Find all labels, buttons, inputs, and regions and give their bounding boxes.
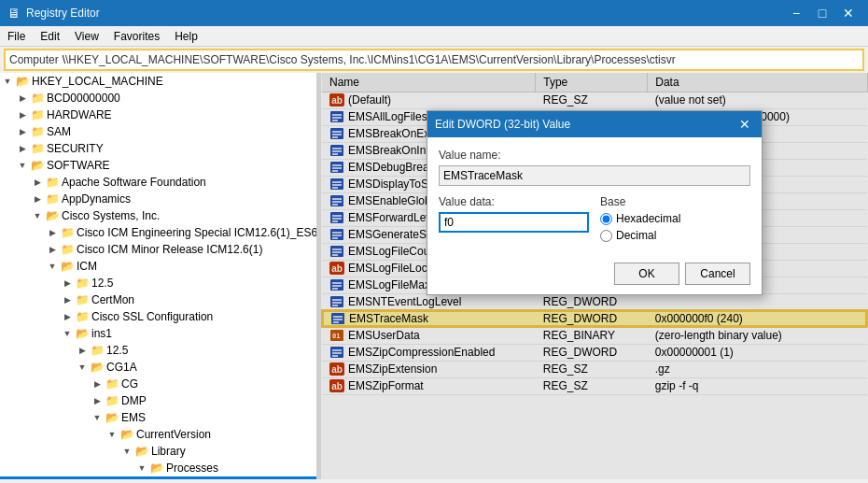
tree-node-ins1[interactable]: ▼📂ins1 [0,325,316,342]
tree-node-cisco[interactable]: ▼📂Cisco Systems, Inc. [0,207,316,224]
menu-file[interactable]: File [0,28,33,45]
tree-node-cisco-eng[interactable]: ▶📁Cisco ICM Engineering Special ICM12.6(… [0,224,316,241]
dialog-data-row: Value data: Base Hexadecimal [439,195,750,242]
expander-certmon[interactable]: ▶ [60,292,75,307]
expander-cisco[interactable]: ▼ [30,208,45,223]
tree-node-ins1-125[interactable]: ▶📁12.5 [0,342,316,359]
expander-ssl[interactable]: ▶ [60,309,75,324]
menu-help[interactable]: Help [167,28,205,45]
tree-node-ems[interactable]: ▼📂EMS [0,409,316,426]
expander-ems[interactable]: ▼ [90,410,105,425]
expander-security[interactable]: ▶ [15,141,30,156]
expander-icm-125[interactable]: ▶ [60,276,75,291]
tree-node-bcd[interactable]: ▶📁BCD00000000 [0,90,316,107]
folder-icon-ins1: 📂 [75,327,90,340]
node-label-icm-125: 12.5 [91,277,113,290]
menu-view[interactable]: View [67,28,106,45]
node-label-dmp: DMP [121,394,147,407]
maximize-button[interactable]: □ [810,4,834,22]
tree-node-software[interactable]: ▼📂SOFTWARE [0,157,316,174]
tree-node-dmp[interactable]: ▶📁DMP [0,392,316,409]
dec-radio-label[interactable]: Decimal [600,229,750,242]
folder-icon-appdynamics: 📁 [45,192,60,206]
tree-node-ssl[interactable]: ▶📁Cisco SSL Configuration [0,308,316,325]
dec-radio[interactable] [600,230,612,242]
expander-ins1[interactable]: ▼ [60,326,75,341]
tree-node-ctisvr[interactable]: ▶📁ctisvr [0,476,316,479]
node-label-cisco-eng: Cisco ICM Engineering Special ICM12.6(1)… [77,226,317,239]
base-label: Base [600,195,750,208]
expander-apache[interactable]: ▶ [30,175,45,190]
expander-dmp[interactable]: ▶ [90,393,105,408]
app-icon: 🖥 [7,6,21,21]
node-label-apache: Apache Software Foundation [62,176,206,189]
expander-appdynamics[interactable]: ▶ [30,192,45,206]
expander-currentversion[interactable]: ▼ [105,427,119,442]
tree-node-icm[interactable]: ▼📂ICM [0,258,316,275]
dialog-close-button[interactable]: ✕ [735,115,754,134]
node-label-bcd: BCD00000000 [47,92,120,105]
expander-cisco-minor[interactable]: ▶ [45,242,60,257]
folder-icon-cisco: 📂 [45,209,60,222]
expander-bcd[interactable]: ▶ [15,91,30,106]
tree-node-certmon[interactable]: ▶📁CertMon [0,291,316,308]
hex-radio-label[interactable]: Hexadecimal [600,212,750,225]
expander-cisco-eng[interactable]: ▶ [45,225,60,240]
tree-node-library[interactable]: ▼📂Library [0,443,316,460]
node-label-currentversion: CurrentVersion [136,428,211,441]
node-label-sam: SAM [47,125,71,138]
tree-node-processes[interactable]: ▼📂Processes [0,460,316,476]
expander-sam[interactable]: ▶ [15,124,30,139]
main-area: ▼📂HKEY_LOCAL_MACHINE▶📁BCD00000000▶📁HARDW… [0,73,868,479]
folder-icon-security: 📁 [30,142,45,155]
tree-node-cg[interactable]: ▶📁CG [0,376,316,392]
tree-node-icm-125[interactable]: ▶📁12.5 [0,275,316,291]
folder-icon-cisco-minor: 📁 [60,243,75,256]
expander-ins1-125[interactable]: ▶ [75,343,90,358]
folder-icon-apache: 📁 [45,176,60,189]
tree-node-appdynamics[interactable]: ▶📁AppDynamics [0,191,316,207]
expander-cg[interactable]: ▶ [90,376,105,391]
folder-icon-software: 📂 [30,159,45,172]
tree-node-cisco-minor[interactable]: ▶📁Cisco ICM Minor Release ICM12.6(1) [0,241,316,258]
expander-cg1a[interactable]: ▼ [75,360,90,375]
cancel-button[interactable]: Cancel [685,263,750,285]
node-label-cg1a: CG1A [106,361,137,374]
expander-processes[interactable]: ▼ [134,461,149,476]
menu-favorites[interactable]: Favorites [106,28,167,45]
tree-node-hardware[interactable]: ▶📁HARDWARE [0,107,316,123]
dialog-overlay: Edit DWORD (32-bit) Value ✕ Value name: … [321,73,868,479]
node-label-ssl: Cisco SSL Configuration [91,310,213,323]
folder-icon-ssl: 📁 [75,310,90,323]
tree-panel[interactable]: ▼📂HKEY_LOCAL_MACHINE▶📁BCD00000000▶📁HARDW… [0,73,317,479]
ok-button[interactable]: OK [614,263,679,285]
menu-edit[interactable]: Edit [33,28,67,45]
address-bar[interactable]: Computer \ \HKEY_LOCAL_MACHINE\SOFTWARE\… [4,49,864,71]
expander-hklm[interactable]: ▼ [0,74,15,89]
node-label-processes: Processes [166,462,218,475]
expander-hardware[interactable]: ▶ [15,107,30,122]
expander-icm[interactable]: ▼ [45,259,60,274]
value-data-input[interactable] [439,212,589,233]
minimize-button[interactable]: − [784,4,808,22]
expander-ctisvr[interactable]: ▶ [149,477,164,479]
close-button[interactable]: ✕ [836,4,861,22]
tree-node-cg1a[interactable]: ▼📂CG1A [0,359,316,376]
tree-node-hklm[interactable]: ▼📂HKEY_LOCAL_MACHINE [0,73,316,90]
hex-radio[interactable] [600,213,612,225]
dialog-title: Edit DWORD (32-bit) Value [435,118,570,131]
address-label: Computer [9,53,63,66]
folder-icon-ins1-125: 📁 [90,344,105,357]
folder-icon-processes: 📂 [149,462,164,475]
expander-library[interactable]: ▼ [119,444,134,459]
node-label-hklm: HKEY_LOCAL_MACHINE [32,75,163,88]
tree-node-sam[interactable]: ▶📁SAM [0,123,316,140]
folder-icon-sam: 📁 [30,125,45,138]
tree-node-security[interactable]: ▶📁SECURITY [0,140,316,157]
node-label-icm: ICM [77,260,97,273]
tree-node-currentversion[interactable]: ▼📂CurrentVersion [0,426,316,443]
value-name-input[interactable] [439,165,750,186]
value-data-section: Value data: [439,195,589,242]
expander-software[interactable]: ▼ [15,158,30,173]
tree-node-apache[interactable]: ▶📁Apache Software Foundation [0,174,316,191]
